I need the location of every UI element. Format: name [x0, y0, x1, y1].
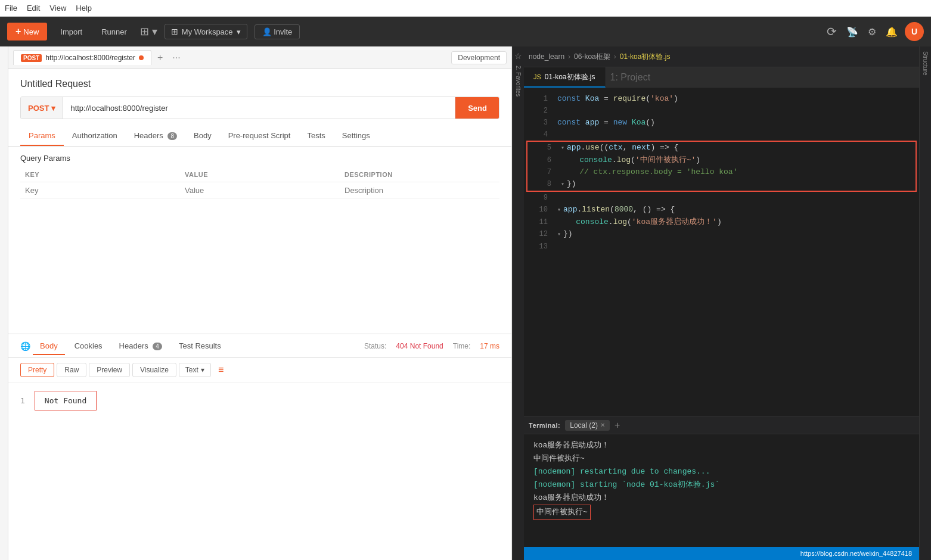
code-line-5: 5 ▾app.use((ctx, next) => { [527, 142, 916, 154]
vscode-tabs: JS 01-koa初体验.js 1: Project [524, 67, 919, 88]
code-line-8: 8 ▾}) [527, 178, 916, 191]
header-bar: + New Import Runner ⊞ ▾ ⊞ My Workspace ▾… [0, 17, 931, 46]
request-tab[interactable]: POST http://localhost:8000/register [13, 50, 151, 65]
postman-panel: POST http://localhost:8000/register + ··… [8, 46, 512, 560]
globe-icon: 🌐 [20, 341, 30, 351]
workspace-label: My Workspace [182, 27, 233, 36]
request-title: Untitled Request [20, 79, 499, 89]
vscode-tab-label: 01-koa初体验.js [545, 72, 595, 82]
menu-help[interactable]: Help [76, 4, 92, 13]
favorites-bar: ☆ 2. Favorites [512, 46, 524, 560]
favorites-star-icon[interactable]: ☆ [514, 51, 522, 61]
breadcrumb-node-learn[interactable]: node_learn [529, 52, 564, 61]
tab-headers[interactable]: Headers 8 [126, 126, 185, 146]
notification-button[interactable]: 🔔 [883, 24, 900, 40]
tabs-bar: POST http://localhost:8000/register + ··… [8, 46, 511, 69]
response-toolbar: Pretty Raw Preview Visualize Text ▾ ≡ [8, 358, 511, 382]
term-highlight: 中间件被执行~ [533, 505, 591, 520]
code-line-13: 13 [524, 241, 919, 253]
avatar[interactable]: U [905, 22, 924, 41]
tab-params[interactable]: Params [20, 126, 64, 146]
terminal-close-icon[interactable]: ✕ [600, 422, 605, 428]
resp-tab-cookies[interactable]: Cookies [67, 338, 110, 355]
code-line-3: 3 const app = new Koa() [524, 117, 919, 129]
menu-file[interactable]: File [5, 4, 17, 13]
import-button[interactable]: Import [54, 24, 88, 40]
url-bar: POST ▾ Send [20, 97, 499, 119]
value-input[interactable] [185, 186, 335, 195]
statusbar-url[interactable]: https://blog.csdn.net/weixin_44827418 [800, 550, 912, 557]
format-type-dropdown[interactable]: Text ▾ [179, 363, 211, 377]
key-input[interactable] [25, 186, 175, 195]
invite-button[interactable]: 👤 Invite [255, 24, 300, 39]
structure-label: Structure [922, 51, 929, 76]
sync-button[interactable]: ⟳ [824, 22, 839, 41]
workspace-chevron-icon: ▾ [237, 27, 241, 36]
menu-edit[interactable]: Edit [27, 4, 40, 13]
not-found-text: Not Found [45, 396, 86, 405]
visualize-button[interactable]: Visualize [132, 363, 176, 377]
statusbar: https://blog.csdn.net/weixin_44827418 [524, 547, 919, 560]
terminal-tab-local[interactable]: Local (2) ✕ [565, 420, 610, 431]
tab-settings[interactable]: Settings [334, 126, 378, 146]
new-label: New [23, 27, 39, 36]
preview-button[interactable]: Preview [89, 363, 130, 377]
status-label: Status: [364, 342, 386, 350]
method-select[interactable]: POST ▾ [21, 97, 63, 119]
tab-authorization[interactable]: Authorization [64, 126, 126, 146]
code-line-2: 2 [524, 105, 919, 117]
url-input[interactable] [63, 104, 455, 113]
query-params-title: Query Params [20, 154, 499, 163]
breadcrumb-file[interactable]: 01-koa初体验.js [620, 52, 671, 62]
description-input[interactable] [345, 186, 495, 195]
satellite-button[interactable]: 📡 [844, 24, 861, 40]
response-line-1: 1 Not Found [20, 390, 499, 412]
tab-tests[interactable]: Tests [299, 126, 333, 146]
resp-tab-headers[interactable]: Headers 4 [112, 338, 169, 355]
layout-icon[interactable]: ⊞ ▾ [140, 25, 157, 38]
invite-icon: 👤 [262, 27, 274, 36]
resp-tab-body[interactable]: Body [33, 338, 65, 355]
code-line-6: 6 console.log('中间件被执行~') [527, 154, 916, 166]
terminal-body: koa服务器启动成功！ 中间件被执行~ [nodemon] restarting… [524, 434, 919, 547]
send-button[interactable]: Send [455, 97, 499, 119]
term-line-1: koa服务器启动成功！ [533, 439, 910, 452]
time-value: 17 ms [480, 342, 499, 350]
tab-body[interactable]: Body [185, 126, 220, 146]
workspace-selector[interactable]: ⊞ My Workspace ▾ [165, 24, 247, 39]
runner-button[interactable]: Runner [95, 24, 133, 40]
wrap-icon[interactable]: ≡ [218, 365, 224, 375]
value-header: VALUE [180, 167, 340, 182]
time-label: Time: [453, 342, 471, 350]
project-icon[interactable]: 1: Project [606, 72, 656, 83]
terminal-tab-label: Local (2) [570, 421, 598, 430]
vscode-panel: node_learn › 06-koa框架 › 01-koa初体验.js JS … [524, 46, 919, 560]
add-tab-button[interactable]: + [154, 51, 166, 64]
response-section: 🌐 Body Cookies Headers 4 Test Results St… [8, 334, 511, 560]
term-line-3: [nodemon] restarting due to changes... [533, 465, 910, 478]
environment-selector[interactable]: Development [451, 51, 507, 64]
resp-tab-test-results[interactable]: Test Results [172, 338, 228, 355]
new-button[interactable]: + New [7, 23, 47, 41]
raw-button[interactable]: Raw [57, 363, 86, 377]
table-row [20, 182, 499, 199]
pretty-button[interactable]: Pretty [20, 363, 54, 377]
tab-pre-request[interactable]: Pre-request Script [220, 126, 299, 146]
params-section: Query Params KEY VALUE DESCRIPTION [8, 147, 511, 334]
term-line-5: koa服务器启动成功！ [533, 491, 910, 505]
breadcrumb-koa[interactable]: 06-koa框架 [574, 52, 610, 62]
response-line-num: 1 [20, 396, 25, 405]
structure-bar: Structure [919, 46, 931, 560]
header-icons: ⟳ 📡 ⚙ 🔔 U [824, 22, 924, 41]
add-terminal-button[interactable]: + [615, 420, 620, 431]
tab-url: http://localhost:8000/register [45, 54, 135, 62]
menu-view[interactable]: View [49, 4, 66, 13]
tab-modified-dot [139, 55, 144, 60]
menu-bar: File Edit View Help [0, 0, 931, 17]
breadcrumb-sep-1: › [568, 52, 570, 61]
vscode-tab-active[interactable]: JS 01-koa初体验.js [524, 67, 606, 88]
more-tabs-button[interactable]: ··· [169, 51, 184, 64]
code-line-11: 11 console.log('koa服务器启动成功！') [524, 216, 919, 228]
term-line-2: 中间件被执行~ [533, 452, 910, 465]
settings-button[interactable]: ⚙ [865, 24, 879, 40]
